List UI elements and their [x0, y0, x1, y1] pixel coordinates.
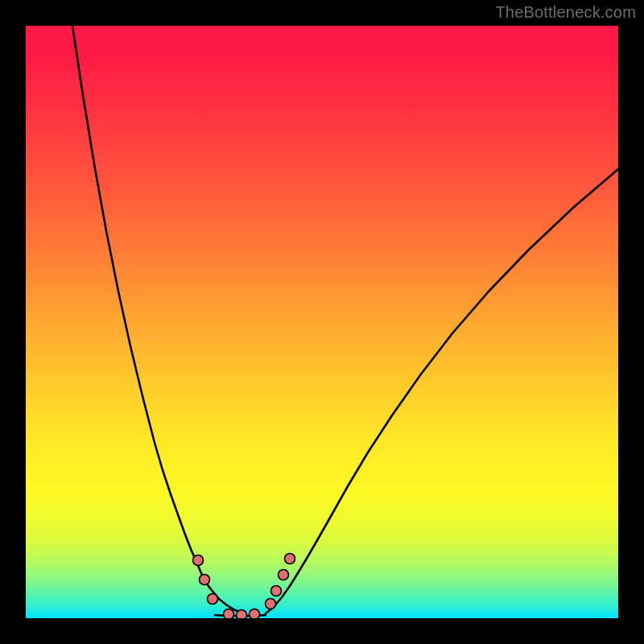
- series-left-curve: [72, 26, 245, 613]
- chart-frame: TheBottleneck.com: [0, 0, 644, 644]
- dot-right-c: [279, 570, 289, 580]
- dot-right-a: [266, 599, 276, 609]
- dot-left-a: [193, 555, 204, 566]
- series-right-curve: [266, 169, 618, 613]
- dot-floor-c: [250, 609, 260, 619]
- dot-floor-a: [224, 609, 234, 619]
- curves-svg: [26, 26, 618, 618]
- dot-left-c: [208, 594, 218, 605]
- dot-left-b: [200, 575, 210, 585]
- dot-right-b: [271, 586, 282, 597]
- plot-area: [26, 26, 618, 618]
- watermark-text: TheBottleneck.com: [495, 3, 636, 22]
- dot-right-d: [285, 554, 295, 564]
- dot-floor-b: [237, 610, 247, 619]
